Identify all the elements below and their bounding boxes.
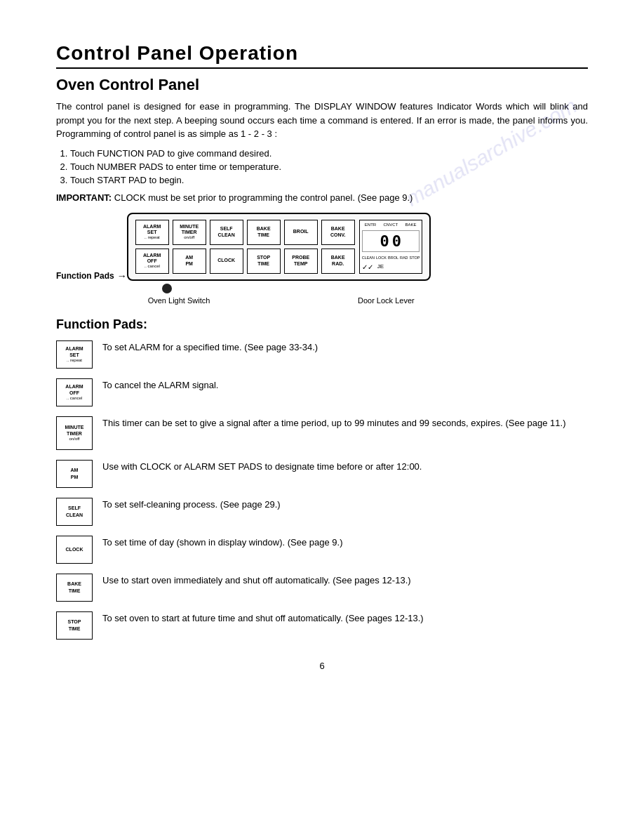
diagram-area: Function Pads ALARMSET.. repeat MINUTETI… xyxy=(56,213,588,305)
pad-self-clean[interactable]: SELFCLEAN xyxy=(56,498,93,526)
section-title: Oven Control Panel xyxy=(56,76,588,94)
pad-clock[interactable]: CLOCK xyxy=(56,536,93,564)
pad-row-bake-time: BAKETIME Use to start oven immediately a… xyxy=(56,574,588,602)
bake-label: BAKE xyxy=(405,223,416,227)
control-panel: ALARMSET.. repeat MINUTETIMERon/off SELF… xyxy=(127,213,431,281)
pad-am-pm[interactable]: AMPM xyxy=(56,460,93,488)
entr-label: ENTR xyxy=(365,223,376,227)
clock-btn[interactable]: CLOCK xyxy=(210,249,243,274)
display-top-labels: ENTR CNVCT BAKE xyxy=(362,223,420,227)
pad-stop-time[interactable]: STOPTIME xyxy=(56,611,93,640)
brol-label: BROL xyxy=(388,256,398,260)
pad-am-pm-desc: Use with CLOCK or ALARM SET PADS to desi… xyxy=(102,460,588,474)
panel-row-2: ALARMOFF.. cancel AMPM CLOCK STOPTIME PR… xyxy=(135,249,355,274)
function-pads-section: Function Pads: ALARMSET.. repeat To set … xyxy=(56,317,588,640)
oven-light-switch-dot[interactable] xyxy=(162,284,172,293)
oven-light-label: Oven Light Switch xyxy=(148,296,210,305)
pad-row-self-clean: SELFCLEAN To set self-cleaning process. … xyxy=(56,498,588,526)
display-bottom-labels: CLEAN LOCK BROL RAD STOP xyxy=(362,256,420,260)
digit-left: 0 xyxy=(380,232,389,250)
pad-row-am-pm: AMPM Use with CLOCK or ALARM SET PADS to… xyxy=(56,460,588,488)
alarm-off-btn[interactable]: ALARMOFF.. cancel xyxy=(135,249,169,274)
probe-temp-btn[interactable]: PROBETEMP xyxy=(284,249,318,274)
pad-alarm-set[interactable]: ALARMSET.. repeat xyxy=(56,340,93,369)
page-wrapper: Control Panel Operation Oven Control Pan… xyxy=(56,42,588,671)
pad-self-clean-desc: To set self-cleaning process. (See page … xyxy=(102,498,588,512)
panel-bottom: Oven Light Switch Door Lock Lever xyxy=(127,281,431,305)
cnvct-label: CNVCT xyxy=(383,223,398,227)
je-label: JE xyxy=(377,263,384,271)
self-clean-btn[interactable]: SELFCLEAN xyxy=(210,220,243,245)
bake-rad-btn[interactable]: BAKERAD. xyxy=(321,249,355,274)
step-1: Touch FUNCTION PAD to give command desir… xyxy=(70,148,588,159)
stop-time-btn[interactable]: STOPTIME xyxy=(247,249,281,274)
pad-row-minute-timer: MINUTETIMERon/off This timer can be set … xyxy=(56,416,588,450)
pad-minute-timer-desc: This timer can be set to give a signal a… xyxy=(102,416,588,430)
important-notice: IMPORTANT: CLOCK must be set prior to pr… xyxy=(56,192,588,203)
bake-time-btn[interactable]: BAKETIME xyxy=(247,220,281,245)
display-icons: ✓✓ JE xyxy=(362,263,420,271)
bake-conv-btn[interactable]: BAKECONV. xyxy=(321,220,355,245)
function-pads-title: Function Pads: xyxy=(56,317,588,332)
steps-list: Touch FUNCTION PAD to give command desir… xyxy=(70,148,588,185)
pad-bake-time-desc: Use to start oven immediately and shut o… xyxy=(102,574,588,588)
page-number: 6 xyxy=(56,661,588,671)
alarm-set-btn[interactable]: ALARMSET.. repeat xyxy=(135,220,169,245)
pad-minute-timer[interactable]: MINUTETIMERon/off xyxy=(56,416,93,450)
display-panel: ENTR CNVCT BAKE 0 0 CLEAN LOCK BROL RAD … xyxy=(359,220,422,274)
pad-row-stop-time: STOPTIME To set oven to start at future … xyxy=(56,611,588,640)
page-title: Control Panel Operation xyxy=(56,42,588,65)
minute-timer-btn[interactable]: MINUTETIMERon/off xyxy=(173,220,206,245)
panel-container: ALARMSET.. repeat MINUTETIMERon/off SELF… xyxy=(127,213,431,305)
door-lock-label: Door Lock Lever xyxy=(358,296,415,305)
pad-row-alarm-off: ALARMOFF.. cancel To cancel the ALARM si… xyxy=(56,378,588,406)
panel-row-1: ALARMSET.. repeat MINUTETIMERon/off SELF… xyxy=(135,220,355,245)
function-pads-arrow xyxy=(117,270,127,282)
panel-buttons: ALARMSET.. repeat MINUTETIMERon/off SELF… xyxy=(135,220,355,274)
rad-label: RAD xyxy=(400,256,408,260)
panel-bottom-labels: Oven Light Switch Door Lock Lever xyxy=(148,296,415,305)
pad-bake-time[interactable]: BAKETIME xyxy=(56,574,93,602)
step-3: Touch START PAD to begin. xyxy=(70,175,588,185)
check-icons: ✓✓ xyxy=(362,263,373,271)
pad-alarm-off[interactable]: ALARMOFF.. cancel xyxy=(56,378,93,406)
pad-clock-desc: To set time of day (shown in display win… xyxy=(102,536,588,550)
clean-label: CLEAN xyxy=(362,256,375,260)
pad-row-alarm-set: ALARMSET.. repeat To set ALARM for a spe… xyxy=(56,340,588,369)
pad-alarm-set-desc: To set ALARM for a specified time. (See … xyxy=(102,340,588,355)
pad-stop-time-desc: To set oven to start at future time and … xyxy=(102,611,588,626)
am-pm-btn[interactable]: AMPM xyxy=(173,249,206,274)
function-pads-diagram-label: Function Pads xyxy=(56,270,127,282)
step-2: Touch NUMBER PADS to enter time or tempe… xyxy=(70,161,588,172)
display-digits: 0 0 xyxy=(362,230,420,252)
pad-alarm-off-desc: To cancel the ALARM signal. xyxy=(102,378,588,392)
stop-label: STOP xyxy=(410,256,420,260)
lock-label: LOCK xyxy=(376,256,387,260)
digit-right: 0 xyxy=(392,232,401,250)
broil-btn[interactable]: BROIL xyxy=(284,220,318,245)
pad-row-clock: CLOCK To set time of day (shown in displ… xyxy=(56,536,588,564)
important-text-body: CLOCK must be set prior to programming t… xyxy=(114,192,413,203)
intro-text: The control panel is designed for ease i… xyxy=(56,100,588,141)
